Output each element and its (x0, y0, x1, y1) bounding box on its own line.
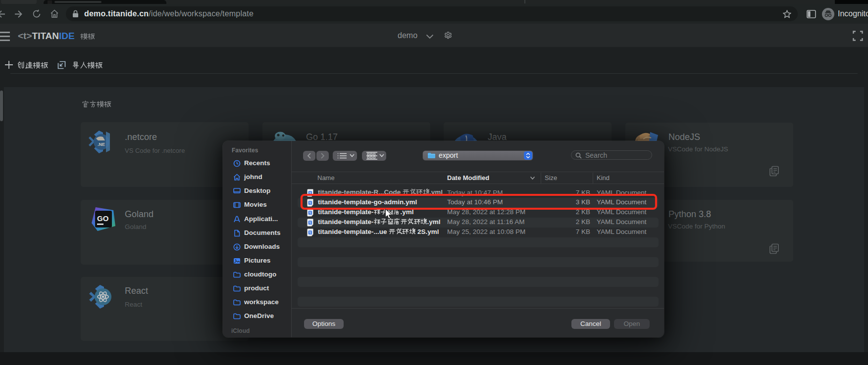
svg-text:.NE: .NE (98, 142, 105, 147)
svg-text:GO: GO (97, 214, 109, 223)
